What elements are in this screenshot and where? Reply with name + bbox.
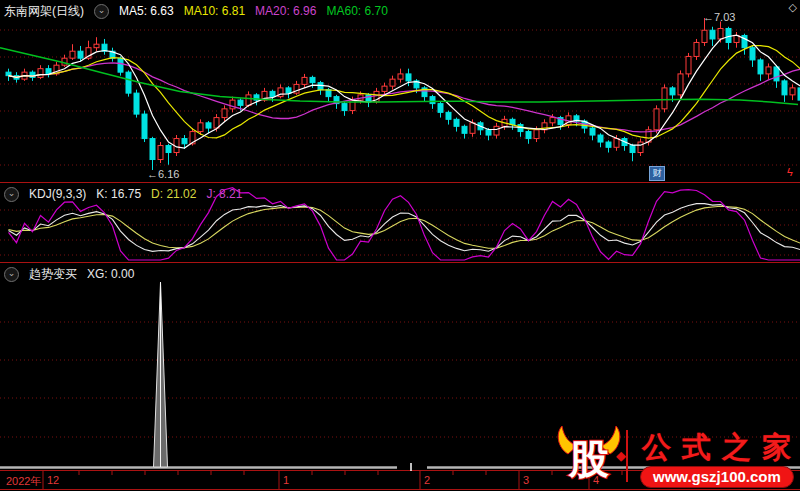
candle-body: [182, 139, 187, 144]
candle-body: [710, 30, 715, 39]
candle-body: [366, 95, 371, 102]
candle-body: [166, 146, 171, 153]
candle-body: [526, 132, 531, 139]
red-marker-icon: ϟ: [787, 166, 793, 178]
candle-body: [70, 51, 75, 58]
candle-body: [438, 104, 443, 113]
watermark-logo: 股 ◆ 公式之家 www.gszj100.com: [552, 420, 798, 490]
candle-body: [750, 48, 755, 60]
candle-body: [486, 130, 491, 135]
xg-indicator-label: 趋势变买: [29, 266, 77, 283]
candle-body: [510, 119, 515, 124]
candle-body: [550, 118, 555, 123]
candle-body: [94, 44, 99, 47]
candle-body: [630, 146, 635, 153]
ma5-value: MA5: 6.63: [119, 4, 174, 18]
candle-body: [766, 67, 771, 74]
kdj-d-value: D: 21.02: [151, 187, 196, 201]
main-panel-header: 东南网架(日线) ⌄ MA5: 6.63 MA10: 6.81 MA20: 6.…: [4, 3, 388, 19]
candle-body: [270, 91, 275, 96]
candle-body: [342, 104, 347, 111]
month-label: 3: [523, 474, 529, 486]
candle-body: [494, 126, 499, 135]
candle-body: [686, 56, 691, 73]
candle-body: [230, 100, 235, 109]
candle-body: [638, 142, 643, 152]
candle-body: [454, 119, 459, 126]
kdj-j-value: J: 8.21: [206, 187, 242, 201]
candle-body: [150, 139, 155, 160]
candle-body: [774, 67, 779, 81]
ma-line: [9, 204, 800, 252]
candle-body: [118, 58, 123, 72]
chevron-down-icon[interactable]: ⌄: [4, 267, 19, 282]
chevron-down-icon[interactable]: ⌄: [4, 187, 19, 202]
candle-body: [726, 28, 731, 42]
kdj-indicator-label: KDJ(9,3,3): [29, 187, 86, 201]
candle-body: [38, 69, 43, 78]
candle-body: [694, 42, 699, 56]
stock-chart-app: 东南网架(日线) ⌄ MA5: 6.63 MA10: 6.81 MA20: 6.…: [0, 0, 800, 491]
ma10-value: MA10: 6.81: [184, 4, 245, 18]
candle-body: [758, 60, 763, 74]
chevron-down-icon[interactable]: ⌄: [94, 4, 109, 19]
candle-body: [246, 95, 251, 105]
candle-body: [382, 86, 387, 91]
candle-body: [470, 123, 475, 133]
candle-body: [198, 123, 203, 132]
candle-body: [430, 97, 435, 104]
candle-body: [326, 90, 331, 97]
divider: [626, 430, 628, 482]
candle-body: [310, 77, 315, 82]
gu-character: 股: [568, 437, 609, 481]
candle-body: [158, 146, 163, 160]
xg-panel-header: ⌄ 趋势变买 XG: 0.00: [4, 266, 134, 282]
low-price-label: ←6.16: [147, 168, 179, 180]
candle-body: [782, 81, 787, 95]
candle-body: [134, 93, 139, 114]
diamond-icon: ◆: [616, 448, 626, 463]
candle-body: [286, 88, 291, 93]
candle-body: [678, 74, 683, 95]
candle-body: [78, 51, 83, 58]
candle-body: [598, 135, 603, 142]
candle-body: [718, 28, 723, 38]
candle-body: [206, 123, 211, 128]
month-label: 1: [283, 474, 289, 486]
candle-body: [534, 130, 539, 139]
ma-line: [9, 206, 800, 248]
high-price-label: ←7.03: [703, 11, 735, 23]
xg-value: XG: 0.00: [87, 267, 134, 281]
kdj-panel-header: ⌄ KDJ(9,3,3) K: 16.75 D: 21.02 J: 8.21: [4, 186, 242, 202]
year-label: 2022年: [6, 474, 41, 489]
candle-body: [662, 88, 667, 109]
watermark-url: www.gszj100.com: [640, 466, 794, 488]
candle-body: [126, 72, 131, 93]
candle-body: [702, 30, 707, 42]
candle-body: [670, 88, 675, 95]
candle-body: [6, 72, 11, 75]
candle-body: [446, 112, 451, 119]
candle-body: [606, 142, 611, 147]
candle-body: [238, 100, 243, 105]
chart-canvas[interactable]: [0, 0, 800, 491]
candle-body: [462, 126, 467, 133]
candle-body: [790, 88, 795, 95]
candle-body: [142, 114, 147, 138]
finance-news-badge[interactable]: 财: [649, 166, 665, 181]
kdj-k-value: K: 16.75: [96, 187, 141, 201]
candle-body: [406, 74, 411, 81]
candle-body: [302, 77, 307, 84]
candle-body: [614, 139, 619, 148]
diamond-mark-icon: ◇: [789, 1, 797, 14]
candle-body: [398, 74, 403, 79]
candle-body: [222, 109, 227, 118]
ma20-value: MA20: 6.96: [255, 4, 316, 18]
watermark-site-name: 公式之家: [642, 428, 800, 468]
month-label: 12: [47, 474, 59, 486]
candle-body: [590, 128, 595, 135]
candle-body: [654, 109, 659, 130]
stock-title: 东南网架(日线): [4, 3, 84, 20]
ma60-value: MA60: 6.70: [326, 4, 387, 18]
month-label: 2: [424, 474, 430, 486]
